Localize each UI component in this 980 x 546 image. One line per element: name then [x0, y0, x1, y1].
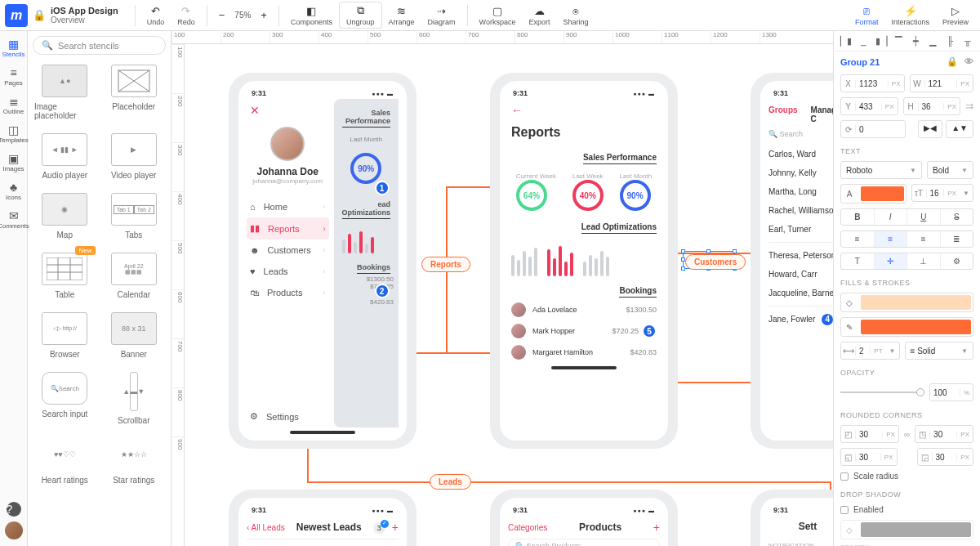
stencil-search-input[interactable]: 🔍Search stencils	[33, 36, 166, 55]
align-center-button[interactable]: ≡	[875, 231, 908, 247]
close-icon[interactable]: ✕	[250, 104, 326, 117]
menu-settings[interactable]: ⚙Settings	[247, 405, 329, 427]
align-middle-icon[interactable]: ┿	[910, 36, 921, 46]
interactions-tab[interactable]: ⚡Interactions	[884, 2, 936, 28]
stencil-placeholder[interactable]: Placeholder	[104, 65, 165, 120]
components-button[interactable]: ◧Components	[284, 2, 339, 28]
stencil-video-player[interactable]: ▶Video player	[104, 133, 165, 180]
stroke-width-input[interactable]: ⟷2PT▼	[840, 342, 900, 360]
stencil-calendar[interactable]: April 22▦▦▦Calendar	[104, 253, 165, 299]
artboard-leads[interactable]: 9:31 ‹ All Leads Newest Leads 3✓ + Jassi…	[229, 490, 416, 546]
rail-comments[interactable]: ✉Comments	[0, 206, 27, 233]
sharing-button[interactable]: ⍟Sharing	[556, 2, 595, 28]
zoom-level[interactable]: 75%	[234, 11, 251, 20]
menu-products[interactable]: 🛍Products›	[247, 282, 329, 303]
export-button[interactable]: ☁Export	[522, 2, 556, 28]
align-center-h-icon[interactable]: ⎯	[858, 36, 869, 46]
lock-icon[interactable]: 🔒	[33, 9, 46, 21]
rail-icons[interactable]: ♣Icons	[0, 177, 27, 204]
lock-ratio-icon[interactable]: ⮆	[965, 102, 973, 111]
arrange-button[interactable]: ≋Arrange	[382, 2, 421, 28]
user-avatar[interactable]	[5, 521, 23, 539]
valign-top-button[interactable]: T	[841, 253, 875, 269]
align-top-icon[interactable]: ▔	[893, 36, 904, 46]
preview-tab[interactable]: ▷Preview	[936, 2, 975, 28]
align-right-icon[interactable]: ▮▕	[875, 36, 887, 46]
menu-home[interactable]: ⌂Home›	[247, 196, 329, 217]
diagram-button[interactable]: ⇢Diagram	[421, 2, 462, 28]
workspace-button[interactable]: ▢Workspace	[473, 2, 523, 28]
visibility-icon[interactable]: 👁	[964, 56, 973, 67]
stroke-style-select[interactable]: ≡ Solid▼	[905, 342, 974, 360]
align-left-icon[interactable]: ▏▮	[840, 36, 852, 46]
stencil-browser[interactable]: ◁▷ http://Browser	[34, 312, 96, 359]
lock-icon[interactable]: 🔒	[947, 56, 958, 67]
fill-color[interactable]: ◇	[840, 293, 973, 312]
link-corners-icon[interactable]: ∞	[904, 430, 910, 439]
artboard-settings[interactable]: 9:31 Sett NOTIFICATION SETTINGS Push Not…	[751, 490, 833, 546]
font-weight-select[interactable]: Bold▼	[927, 161, 973, 179]
stencil-image-placeholder[interactable]: ▲●Image placeholder	[34, 65, 96, 120]
rail-outline[interactable]: ≣Outline	[0, 92, 27, 119]
corner-tl-input[interactable]: ◰30PX	[840, 425, 899, 443]
artboard-customers[interactable]: 9:31 Groups Manage C 🔍 Search Carlos, Wa…	[751, 73, 833, 449]
stencil-map[interactable]: ◉Map	[34, 193, 96, 239]
strike-button[interactable]: S	[941, 209, 973, 225]
back-icon[interactable]: ←	[511, 104, 657, 117]
canvas-area[interactable]: 1002003004005006007008009001000110012001…	[172, 31, 833, 546]
zoom-out-button[interactable]: −	[212, 7, 232, 24]
underline-button[interactable]: U	[907, 209, 941, 225]
corner-br-input[interactable]: ◲30PX	[917, 448, 974, 466]
stencil-table[interactable]: NewTable	[34, 253, 96, 299]
italic-button[interactable]: I	[875, 209, 908, 225]
stencil-banner[interactable]: 88 x 31Banner	[104, 312, 165, 359]
artboard-products[interactable]: 9:31 Categories Products + 🔍 Search Prod…	[490, 490, 678, 546]
stencil-tabs[interactable]: Tab 1Tab 2Tabs	[104, 193, 165, 239]
add-icon[interactable]: +	[653, 521, 660, 534]
add-icon[interactable]: +	[392, 521, 399, 534]
artboard-sidebar[interactable]: 9:31 ✕ Johanna Doe johanna@company.com ⌂…	[229, 73, 416, 449]
undo-button[interactable]: ↶Undo	[140, 2, 172, 28]
rail-templates[interactable]: ◫Templates	[0, 120, 27, 147]
bold-button[interactable]: B	[841, 209, 875, 225]
flip-h-icon[interactable]: ▶◀	[918, 120, 942, 138]
ungroup-button[interactable]: ⧉Ungroup	[339, 2, 382, 29]
valign-bottom-button[interactable]: ⊥	[907, 253, 941, 269]
align-left-button[interactable]: ≡	[841, 231, 875, 247]
scale-radius-checkbox[interactable]: Scale radius	[834, 468, 980, 484]
menu-reports[interactable]: ▮▮Reports›	[247, 217, 329, 239]
selection-name[interactable]: Group 21	[840, 57, 880, 67]
stencil-star-ratings[interactable]: ★★☆☆Star ratings	[104, 438, 165, 485]
rail-pages[interactable]: ≡Pages	[0, 63, 27, 90]
align-bottom-icon[interactable]: ▁	[927, 36, 938, 46]
flip-v-icon[interactable]: ▲▼	[946, 120, 973, 138]
corner-bl-input[interactable]: ◱30PX	[840, 448, 898, 466]
shadow-color[interactable]: ◇	[840, 520, 973, 539]
text-more-button[interactable]: ⚙	[941, 253, 973, 269]
distribute-h-icon[interactable]: ╟	[945, 36, 956, 46]
stroke-color[interactable]: ✎	[840, 317, 973, 337]
menu-customers[interactable]: ☻Customers›	[247, 239, 329, 261]
zoom-in-button[interactable]: +	[254, 7, 274, 24]
shadow-enabled-checkbox[interactable]: Enabled	[834, 502, 980, 517]
opacity-slider[interactable]: 100%	[834, 380, 980, 405]
align-right-button[interactable]: ≡	[907, 231, 941, 247]
valign-middle-button[interactable]: ✛	[875, 253, 908, 269]
flow-label-reports[interactable]: Reports	[421, 257, 470, 272]
distribute-v-icon[interactable]: ╥	[962, 36, 973, 46]
flow-label-leads[interactable]: Leads	[430, 474, 471, 490]
stencil-search-input[interactable]: 🔍 SearchSearch input	[34, 372, 96, 425]
flow-label-customers[interactable]: Customers	[685, 254, 746, 270]
font-size-input[interactable]: τT16PX▼	[911, 184, 974, 202]
font-family-select[interactable]: Roboto▼	[840, 161, 922, 179]
menu-leads[interactable]: ♥Leads›	[247, 261, 329, 282]
align-justify-button[interactable]: ≣	[941, 231, 973, 247]
corner-tr-input[interactable]: ◳30PX	[915, 425, 973, 443]
text-color[interactable]: A	[840, 184, 906, 204]
format-tab[interactable]: ⎚Format	[849, 2, 885, 28]
rail-images[interactable]: ▣Images	[0, 149, 27, 176]
x-input[interactable]: X1123PX	[840, 74, 905, 92]
stencil-heart-ratings[interactable]: ♥♥♡♡Heart ratings	[34, 438, 96, 485]
stencil-scrollbar[interactable]: ▲▬▼Scrollbar	[104, 372, 165, 425]
h-input[interactable]: H36PX	[903, 97, 961, 115]
